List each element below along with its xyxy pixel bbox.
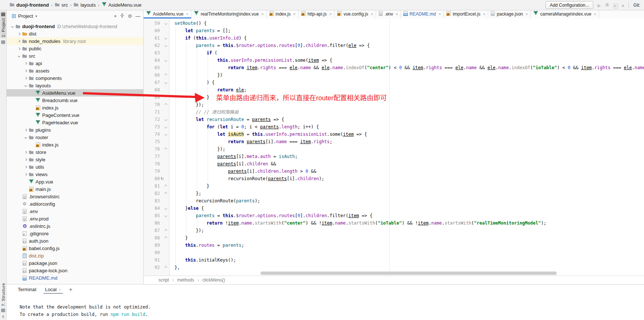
close-icon[interactable]: × [594, 12, 596, 16]
fold-close-icon[interactable] [160, 266, 169, 269]
terminal-output[interactable]: Note that the development build is not o… [7, 294, 644, 318]
tree-item-store[interactable]: store [7, 148, 143, 156]
fold-open-icon[interactable] [160, 22, 169, 24]
close-icon[interactable]: × [329, 12, 332, 16]
fold-close-icon[interactable] [160, 229, 169, 232]
tree-item-app-vue[interactable]: App.vue [7, 178, 143, 185]
tree-item-layouts[interactable]: layouts [7, 82, 143, 89]
new-terminal-icon[interactable]: + [69, 286, 72, 293]
chevron-closed-icon[interactable] [16, 40, 21, 42]
fold-close-icon[interactable] [160, 148, 169, 150]
tree-item-auth-json[interactable]: {)auth.json [7, 237, 143, 245]
settings-icon[interactable]: ⚙ [128, 13, 132, 19]
fold-open-icon[interactable] [160, 126, 169, 128]
tree-item-asidemenu-vue[interactable]: AsideMenu.vue [7, 89, 143, 97]
editor-breadcrumb-script[interactable]: script [158, 277, 169, 283]
fold-close-icon[interactable] [160, 237, 169, 239]
fold-open-icon[interactable] [160, 215, 169, 217]
close-icon[interactable]: × [293, 12, 295, 16]
tree-item-breadcrumb-vue[interactable]: Breadcrumb.vue [7, 97, 143, 104]
stripe-icon[interactable] [1, 40, 5, 44]
project-panel-title[interactable]: Project [18, 13, 33, 19]
tree-item-public[interactable]: public [7, 45, 143, 52]
tree-item-views[interactable]: views [7, 171, 143, 178]
tree-item-editorconfig[interactable]: ⚙.editorconfig [7, 200, 143, 208]
tree-item-gitignore[interactable]: ⊘.gitignore [7, 230, 143, 237]
tree-item-duoji-frontend[interactable]: duoji-frontendD:\zheheWeb\duoji-frontend [7, 23, 143, 30]
fold-open-icon[interactable] [160, 81, 169, 84]
close-icon[interactable]: × [59, 287, 61, 292]
chevron-open-icon[interactable] [16, 55, 21, 57]
tree-item-env-prod[interactable]: .env.prod [7, 215, 143, 222]
tab-index-js[interactable]: JSindex.js× [267, 10, 299, 18]
hide-icon[interactable]: — [135, 13, 140, 19]
stop-icon[interactable]: ■ [622, 2, 624, 9]
close-icon[interactable]: × [439, 12, 441, 16]
chevron-open-icon[interactable] [23, 85, 28, 87]
breadcrumb-item-src[interactable]: src [55, 2, 68, 8]
chevron-down-icon[interactable]: ▾ [35, 14, 37, 18]
fold-open-icon[interactable] [160, 118, 169, 121]
close-icon[interactable]: × [371, 12, 373, 16]
tab-env[interactable]: .env× [376, 10, 401, 18]
tree-item-style[interactable]: style [7, 156, 143, 163]
tree-item-router[interactable]: router [7, 134, 143, 141]
breadcrumb-item-duoji-frontend[interactable]: duoji-frontend [10, 2, 49, 8]
tree-item-components[interactable]: components [7, 74, 143, 82]
close-icon[interactable]: × [526, 12, 528, 16]
chevron-closed-icon[interactable] [16, 48, 21, 50]
chevron-closed-icon[interactable] [23, 159, 28, 161]
close-icon[interactable]: × [186, 12, 188, 16]
tree-item-babel-config-js[interactable]: JSbabel.config.js [7, 245, 143, 252]
tab-http-api-js[interactable]: JShttp-api.js× [299, 10, 335, 18]
tree-item-api[interactable]: api [7, 60, 143, 67]
chevron-open-icon[interactable] [23, 137, 28, 138]
tree-item-utils[interactable]: utils [7, 163, 143, 171]
tree-item-index-js[interactable]: JSindex.js [7, 141, 143, 148]
fold-open-icon[interactable] [160, 59, 169, 61]
structure-stripe-label[interactable]: 7: Structure [1, 283, 6, 306]
locate-icon[interactable]: ⌖ [114, 13, 117, 19]
code-editor[interactable]: 59 setRoute() {60 let parents = [];61 if… [144, 18, 644, 276]
debug-icon[interactable] [605, 2, 610, 9]
tab-readme-md[interactable]: MDREADME.md× [401, 10, 444, 18]
chevron-closed-icon[interactable] [23, 77, 28, 79]
horizontal-scrollbar[interactable] [261, 272, 557, 275]
tree-item-dist[interactable]: dist [7, 30, 143, 37]
fold-open-icon[interactable] [160, 133, 169, 135]
tree-item-src[interactable]: src [7, 52, 143, 60]
add-configuration-button[interactable]: Add Configuration... [546, 1, 593, 9]
editor-breadcrumb-methods[interactable]: methods [177, 277, 194, 283]
fold-close-icon[interactable] [160, 74, 169, 76]
fold-open-icon[interactable] [160, 44, 169, 47]
breadcrumb-item-asidemenu-vue[interactable]: AsideMenu.vue [102, 2, 142, 8]
fold-open-icon[interactable] [160, 37, 169, 39]
tree-item-node-modules[interactable]: node_moduleslibrary root [7, 37, 143, 45]
tree-item-plugins[interactable]: plugins [7, 126, 143, 134]
chevron-closed-icon[interactable] [23, 166, 28, 168]
tree-item-eslintrc-js[interactable]: .eslintrc.js [7, 222, 143, 230]
run-icon[interactable]: ▶ [598, 2, 601, 9]
stripe-icon-bottom[interactable] [1, 309, 5, 312]
project-toolwindow-button[interactable]: 1: Project [0, 11, 6, 38]
fold-close-icon[interactable] [160, 192, 169, 195]
tab-vue-config-js[interactable]: JSvue.config.js× [335, 10, 376, 18]
chevron-closed-icon[interactable] [16, 33, 21, 35]
tab-realtimemonitoring-index-vue[interactable]: realTimeMonitoring\index.vue× [191, 10, 266, 18]
tab-cameramanage-index-vue[interactable]: cameraManage\index.vue× [531, 10, 599, 18]
close-icon[interactable]: × [396, 12, 398, 16]
coverage-icon[interactable]: ▶ [613, 2, 618, 9]
tab-asidemenu-vue[interactable]: AsideMenu.vue× [144, 10, 191, 18]
fold-close-icon[interactable] [160, 104, 169, 106]
chevron-open-icon[interactable] [10, 26, 15, 27]
git-label[interactable]: Git: [633, 3, 640, 8]
tree-item-assets[interactable]: assets [7, 67, 143, 74]
tree-item-pageheader-vue[interactable]: PageHeader.vue [7, 119, 143, 126]
chevron-closed-icon[interactable] [23, 151, 28, 153]
terminal-tab-local[interactable]: Local × [43, 285, 63, 294]
chevron-closed-icon[interactable] [23, 63, 28, 64]
tree-item-package-lock-json[interactable]: {)package-lock.json [7, 267, 143, 274]
tree-item-dist-zip[interactable]: dist.zip [7, 252, 143, 259]
tab-package-json[interactable]: {)package.json× [488, 10, 531, 18]
collapse-all-icon[interactable] [120, 13, 124, 19]
